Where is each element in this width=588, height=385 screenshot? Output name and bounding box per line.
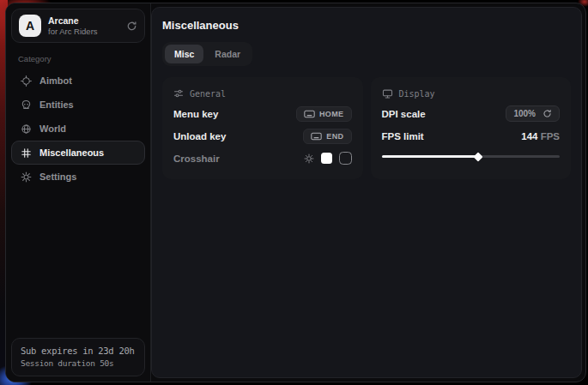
sidebar-item-label: Miscellaneous xyxy=(39,147,104,158)
sliders-icon xyxy=(173,88,184,99)
subscription-status-card: Sub expires in 23d 20h Session duration … xyxy=(11,338,145,376)
dpi-scale-label: DPI scale xyxy=(382,109,426,119)
fps-limit-slider[interactable] xyxy=(382,153,561,160)
app-subtitle: for Arc Riders xyxy=(48,27,98,37)
main-area: Miscellaneous Misc Radar Gene xyxy=(151,3,585,382)
page-title: Miscellaneous xyxy=(162,19,571,32)
sidebar-item-world[interactable]: World xyxy=(11,117,145,141)
sidebar-item-aimbot[interactable]: Aimbot xyxy=(11,69,145,93)
unload-key-label: Unload key xyxy=(173,131,226,141)
dpi-scale-row: DPI scale 100% xyxy=(382,104,561,123)
app-logo-letter: A xyxy=(26,19,34,33)
crosshair-settings-gear-icon[interactable] xyxy=(304,153,314,164)
crosshair-checkbox[interactable] xyxy=(339,152,352,165)
cycle-icon xyxy=(543,109,552,118)
sidebar-item-label: Aimbot xyxy=(39,75,72,86)
dpi-scale-value: 100% xyxy=(513,109,536,118)
keyboard-icon xyxy=(311,132,322,141)
general-panel-title: General xyxy=(190,89,226,99)
tab-bar: Misc Radar xyxy=(162,42,252,66)
panels-row: General Menu key HOME xyxy=(162,77,571,179)
crosshair-controls xyxy=(304,152,352,165)
keyboard-icon xyxy=(304,110,315,118)
fps-limit-value: 144 FPS xyxy=(521,131,560,141)
app-name: Arcane xyxy=(48,15,98,27)
sidebar-item-label: World xyxy=(39,123,66,134)
unload-key-row: Unload key END xyxy=(173,126,352,146)
profile-card: A Arcane for Arc Riders xyxy=(11,9,145,43)
menu-key-value: HOME xyxy=(319,110,344,118)
session-duration-text: Session duration 50s xyxy=(21,358,136,368)
fps-unit: FPS xyxy=(541,131,560,141)
dpi-scale-control[interactable]: 100% xyxy=(506,105,560,122)
sidebar: A Arcane for Arc Riders Category xyxy=(6,3,151,382)
unload-key-bind-button[interactable]: END xyxy=(303,129,351,144)
refresh-icon[interactable] xyxy=(126,21,137,32)
fps-number: 144 xyxy=(521,131,537,141)
globe-icon xyxy=(20,123,32,135)
display-panel: Display DPI scale 100% xyxy=(371,77,572,179)
tab-misc[interactable]: Misc xyxy=(165,45,203,63)
category-label: Category xyxy=(18,54,138,63)
general-panel: General Menu key HOME xyxy=(162,77,363,179)
fps-limit-row: FPS limit 144 FPS xyxy=(382,126,561,146)
fps-slider-thumb[interactable] xyxy=(473,152,482,161)
general-panel-header: General xyxy=(173,86,352,101)
app-window: A Arcane for Arc Riders Category xyxy=(5,3,586,382)
skull-icon xyxy=(20,99,32,111)
menu-key-row: Menu key HOME xyxy=(173,104,352,123)
display-panel-title: Display xyxy=(399,89,435,99)
sidebar-item-label: Settings xyxy=(39,171,76,182)
menu-key-bind-button[interactable]: HOME xyxy=(296,106,352,122)
crosshair-label: Crosshair xyxy=(173,153,220,164)
app-identity: Arcane for Arc Riders xyxy=(48,15,98,37)
tab-radar[interactable]: Radar xyxy=(205,45,250,63)
fps-limit-label: FPS limit xyxy=(382,131,424,141)
hash-grid-icon xyxy=(20,147,32,159)
main-content: Miscellaneous Misc Radar Gene xyxy=(151,7,582,378)
sidebar-item-label: Entities xyxy=(39,99,74,110)
menu-key-label: Menu key xyxy=(173,109,218,119)
sidebar-item-miscellaneous[interactable]: Miscellaneous xyxy=(11,141,145,165)
crosshair-color-swatch[interactable] xyxy=(321,153,332,164)
crosshair-icon xyxy=(20,75,32,87)
app-logo: A xyxy=(19,15,41,37)
fps-slider-fill xyxy=(382,155,478,158)
sub-expiry-text: Sub expires in 23d 20h xyxy=(21,346,136,356)
unload-key-value: END xyxy=(326,132,343,141)
sidebar-item-entities[interactable]: Entities xyxy=(11,93,145,117)
crosshair-row: Crosshair xyxy=(173,148,352,168)
sidebar-nav: Aimbot Entities xyxy=(11,69,145,189)
display-panel-header: Display xyxy=(382,86,561,101)
monitor-icon xyxy=(382,88,393,99)
sidebar-item-settings[interactable]: Settings xyxy=(11,165,145,189)
gear-icon xyxy=(20,171,32,183)
